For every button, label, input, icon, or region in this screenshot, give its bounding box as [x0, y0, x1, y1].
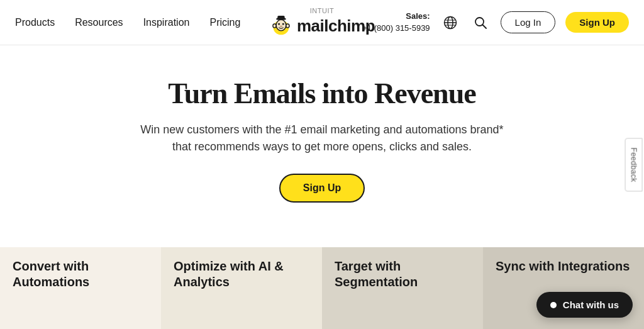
mailchimp-icon — [269, 14, 293, 38]
nav-item-pricing[interactable]: Pricing — [209, 17, 240, 28]
svg-point-7 — [274, 24, 276, 27]
card-segmentation[interactable]: Target with Segmentation — [322, 247, 483, 329]
hero-title: Turn Emails into Revenue — [168, 78, 475, 110]
nav-left: Products Resources Inspiration Pricing — [15, 17, 240, 28]
card-integrations-title: Sync with Integrations — [496, 259, 631, 274]
svg-point-3 — [278, 23, 280, 25]
card-automations[interactable]: Convert with Automations — [0, 247, 161, 329]
nav-item-products[interactable]: Products — [15, 17, 55, 28]
mailchimp-wordmark: mailchimp — [297, 16, 375, 36]
login-button[interactable]: Log In — [501, 11, 556, 33]
signup-hero-button[interactable]: Sign Up — [279, 174, 365, 203]
navbar: Products Resources Inspiration Pricing I… — [0, 0, 644, 45]
chat-widget[interactable]: Chat with us — [536, 292, 633, 318]
svg-rect-11 — [277, 15, 284, 20]
chat-label: Chat with us — [563, 299, 619, 310]
mailchimp-logo: mailchimp — [269, 14, 375, 38]
svg-point-4 — [282, 23, 284, 25]
svg-point-9 — [287, 24, 289, 27]
card-ai-analytics[interactable]: Optimize with AI & Analytics — [161, 247, 322, 329]
svg-point-5 — [280, 25, 283, 27]
nav-item-inspiration[interactable]: Inspiration — [143, 17, 190, 28]
feedback-tab[interactable]: Feedback — [625, 138, 642, 191]
search-icon — [474, 16, 487, 29]
hero-section: Turn Emails into Revenue Win new custome… — [0, 45, 644, 221]
card-ai-analytics-title: Optimize with AI & Analytics — [174, 259, 309, 290]
card-automations-title: Convert with Automations — [13, 259, 148, 290]
hero-subtitle: Win new customers with the #1 email mark… — [140, 121, 504, 157]
chat-dot-icon — [550, 302, 557, 308]
nav-center-logo: INTUIT — [269, 7, 375, 38]
intuit-label: INTUIT — [310, 7, 334, 14]
signup-nav-button[interactable]: Sign Up — [565, 12, 629, 33]
globe-icon — [443, 16, 457, 30]
logo-area[interactable]: INTUIT — [269, 7, 375, 38]
search-button[interactable] — [470, 13, 491, 33]
nav-right: Sales: +1 (800) 315-5939 Log In Sign Up — [362, 11, 629, 33]
nav-item-resources[interactable]: Resources — [75, 17, 123, 28]
card-segmentation-title: Target with Segmentation — [335, 259, 470, 290]
globe-button[interactable] — [440, 13, 460, 33]
svg-line-16 — [482, 25, 486, 28]
